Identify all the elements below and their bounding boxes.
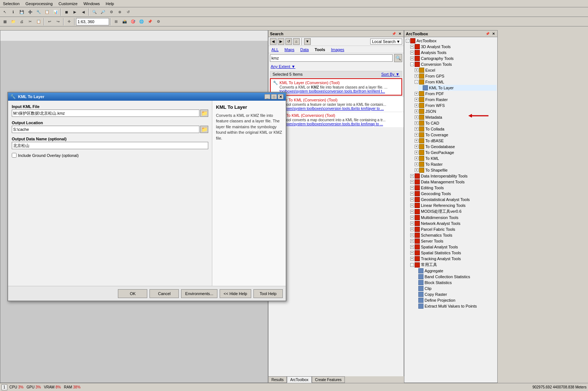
arctoolbox-pin-btn[interactable]: 📌	[485, 31, 490, 36]
tree-to-shapefile[interactable]: + To Shapefile	[414, 167, 497, 173]
tree-tracking-analyst[interactable]: + Tracking Analyst Tools	[410, 256, 497, 262]
tree-to-dbase[interactable]: + To dBASE	[414, 138, 497, 144]
metadata-expand-btn[interactable]: +	[415, 115, 418, 119]
info-btn[interactable]: ℹ	[9, 8, 17, 16]
tree-server-tools[interactable]: + Server Tools	[410, 238, 497, 244]
search-options-btn[interactable]: ▼	[304, 38, 311, 45]
search-result-2[interactable]: 🔧 Layer To KML (Conversion) (Tool) This …	[268, 96, 404, 112]
tool18[interactable]: 📸	[120, 18, 129, 26]
tool4[interactable]: 📋	[43, 8, 51, 16]
tool9[interactable]: 🔎	[99, 8, 107, 16]
fromwfs-expand-btn[interactable]: +	[415, 104, 418, 107]
tree-to-geodatabase[interactable]: + To Geodatabase	[414, 144, 497, 150]
tree-json[interactable]: + JSON	[414, 108, 497, 114]
schematics-expand-btn[interactable]: +	[410, 233, 414, 237]
modis-expand-btn[interactable]: +	[410, 210, 414, 214]
frompdf-expand-btn[interactable]: +	[415, 92, 418, 96]
tree-to-cad[interactable]: + To CAD	[414, 120, 497, 126]
tree-block-stats[interactable]: Block Statistics	[414, 280, 497, 286]
zoom-extent-btn[interactable]: ▦	[1, 18, 9, 26]
search-pin-btn[interactable]: 📌	[391, 31, 397, 36]
tree-conversion-tools[interactable]: - Conversion Tools	[410, 61, 497, 67]
search-back-btn[interactable]: ◀	[270, 38, 277, 45]
results-tab[interactable]: Results	[268, 376, 287, 383]
tocad-expand-btn[interactable]: +	[415, 121, 418, 125]
datainterop-expand-btn[interactable]: +	[410, 174, 414, 178]
tool7[interactable]: ▶	[71, 8, 79, 16]
move-tool[interactable]: ✛	[65, 18, 73, 26]
tool-help-button[interactable]: Tool Help	[253, 289, 283, 298]
dialog-minimize-btn[interactable]: _	[264, 94, 270, 99]
toshp-expand-btn[interactable]: +	[415, 168, 418, 172]
extent-link[interactable]: Any Extent ▼	[271, 64, 295, 69]
select-tool-btn[interactable]: ↖	[1, 8, 9, 16]
ground-overlay-checkbox[interactable]	[12, 153, 17, 158]
analysis-expand-btn[interactable]: +	[410, 51, 414, 54]
tree-from-gps[interactable]: + From GPS	[414, 73, 497, 79]
search-submit-btn[interactable]: 🔍	[394, 54, 402, 62]
tool16[interactable]: 📋	[35, 18, 43, 26]
tokml-expand-btn[interactable]: +	[415, 157, 418, 160]
search-tab-maps[interactable]: Maps	[283, 47, 296, 53]
tree-to-geopackage[interactable]: + To GeoPackage	[414, 150, 497, 155]
tool22[interactable]: ⚙	[154, 18, 162, 26]
editing-expand-btn[interactable]: +	[410, 186, 414, 190]
tree-3d-analyst[interactable]: + 3D Analyst Tools	[410, 44, 497, 50]
menu-windows[interactable]: Windows	[82, 1, 101, 6]
3d-expand-btn[interactable]: +	[410, 45, 414, 49]
json-expand-btn[interactable]: +	[415, 110, 418, 113]
search-input[interactable]	[270, 54, 393, 62]
search-result-1[interactable]: 🔧 KML To Layer (Conversion) (Tool) Conve…	[270, 78, 402, 96]
add-data-btn[interactable]: ➕	[26, 8, 34, 16]
menu-help[interactable]: Help	[104, 1, 116, 6]
server-expand-btn[interactable]: +	[410, 239, 414, 243]
search-tab-tools[interactable]: Tools	[313, 47, 327, 53]
tree-network-analyst[interactable]: + Network Analyst Tools	[410, 220, 497, 226]
datamgmt-expand-btn[interactable]: +	[410, 180, 414, 184]
tool10[interactable]: ⚙	[107, 8, 115, 16]
sort-by-link[interactable]: Sort By ▼	[381, 72, 400, 76]
search-refresh-btn[interactable]: ↺	[285, 38, 292, 45]
search-close-btn[interactable]: ✕	[398, 31, 402, 36]
multidim-expand-btn[interactable]: +	[410, 216, 414, 219]
search-tab-all[interactable]: ALL	[270, 47, 280, 53]
geostat-expand-btn[interactable]: +	[410, 198, 414, 201]
output-data-name-field[interactable]	[12, 142, 208, 149]
tree-to-kml[interactable]: + To KML	[414, 155, 497, 161]
tree-geocoding-tools[interactable]: + Geocoding Tools	[410, 191, 497, 197]
spatialanalyst-expand-btn[interactable]: +	[410, 245, 414, 249]
tree-kml-to-layer[interactable]: KML To Layer	[418, 85, 497, 91]
menu-customize[interactable]: Customize	[57, 1, 79, 6]
result-3-path[interactable]: toolboxes\system toolboxes\conversion to…	[277, 122, 386, 126]
tocoverage-expand-btn[interactable]: +	[415, 133, 418, 137]
tree-to-collada[interactable]: + To Collada	[414, 126, 497, 132]
tracking-expand-btn[interactable]: +	[410, 257, 414, 261]
result-1-path[interactable]: toolboxes\system toolboxes\conversion to…	[279, 89, 387, 93]
tool20[interactable]: 🌐	[137, 18, 145, 26]
tree-modis[interactable]: + MODIS处理工具ver0.6	[410, 208, 497, 215]
zoom-in-btn[interactable]: 🔍	[90, 8, 98, 16]
search-home-btn[interactable]: ⌂	[293, 38, 300, 45]
search-tab-images[interactable]: Images	[329, 47, 346, 53]
ok-button[interactable]: OK	[118, 289, 147, 298]
menu-selection[interactable]: Selection	[1, 1, 21, 6]
dialog-close-btn[interactable]: ✕	[278, 94, 284, 99]
fromkml-expand-btn[interactable]: -	[415, 80, 418, 84]
tree-spatial-stats[interactable]: + Spatial Statistics Tools	[410, 250, 497, 256]
spatialstats-expand-btn[interactable]: +	[410, 251, 414, 255]
search-result-3[interactable]: 🔧 Map To KML (Conversion) (Tool) This to…	[268, 112, 404, 127]
tree-geostat-tools[interactable]: + Geostatistical Analyst Tools	[410, 197, 497, 202]
conversion-expand-btn[interactable]: -	[410, 62, 414, 66]
save-btn[interactable]: 💾	[18, 8, 26, 16]
tree-common-tools[interactable]: - 常用工具	[410, 262, 497, 268]
tree-data-mgmt[interactable]: + Data Management Tools	[410, 179, 497, 185]
fromraster-expand-btn[interactable]: +	[415, 98, 418, 101]
search-forward-btn[interactable]: ▶	[278, 38, 284, 45]
dialog-maximize-btn[interactable]: □	[271, 94, 277, 99]
tree-spatial-analyst[interactable]: + Spatial Analyst Tools	[410, 244, 497, 250]
tree-to-coverage[interactable]: + To Coverage	[414, 132, 497, 138]
tree-clip[interactable]: Clip	[414, 286, 497, 291]
tree-excel[interactable]: + Excel	[414, 67, 497, 73]
arctoolbox-close-btn[interactable]: ✕	[491, 31, 496, 36]
tree-cartography-tools[interactable]: + Cartography Tools	[410, 55, 497, 61]
